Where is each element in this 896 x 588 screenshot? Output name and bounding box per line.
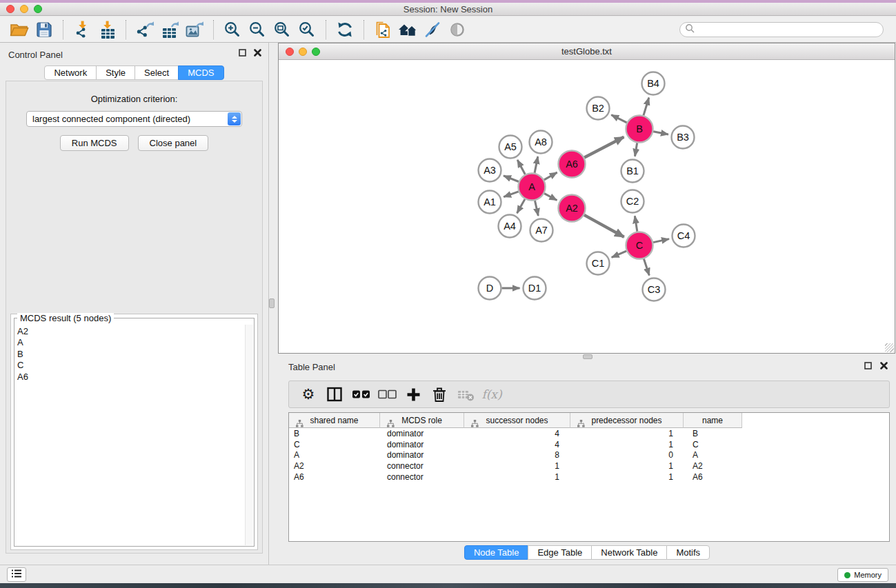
cell-MCDS-role[interactable]: dominator [380, 450, 464, 460]
result-scrollbar[interactable] [245, 325, 253, 545]
search-input[interactable] [697, 25, 878, 34]
edge-A-A5[interactable] [517, 160, 525, 174]
import-network-icon[interactable] [70, 19, 94, 40]
cell-MCDS-role[interactable]: connector [380, 461, 464, 471]
export-table-icon[interactable] [157, 19, 182, 40]
eye-icon[interactable] [445, 19, 470, 40]
edge-C-C2[interactable] [635, 216, 637, 232]
cell-predecessor-nodes[interactable]: 1 [570, 472, 684, 482]
cell-successor-nodes[interactable]: 4 [464, 440, 570, 449]
cell-name[interactable]: C [684, 440, 742, 449]
tab-select[interactable]: Select [135, 65, 179, 80]
column-header-name[interactable]: name [684, 413, 742, 428]
node-A[interactable]: A [519, 174, 546, 201]
cell-MCDS-role[interactable]: dominator [380, 440, 464, 449]
cell-MCDS-role[interactable]: connector [380, 472, 464, 482]
node-A3[interactable]: A3 [479, 159, 501, 182]
save-icon[interactable] [32, 19, 57, 40]
network-minimize-button[interactable] [299, 48, 307, 56]
mcds-result-item[interactable]: C [17, 360, 254, 371]
network-close-button[interactable] [286, 48, 294, 56]
table-row[interactable]: A6connector11A6 [289, 472, 889, 483]
column-header-shared-name[interactable]: shared name [289, 413, 380, 428]
refresh-icon[interactable] [332, 19, 357, 40]
criterion-dropdown[interactable]: largest connected component (directed) [26, 111, 242, 127]
node-C2[interactable]: C2 [621, 190, 644, 213]
cell-name[interactable]: A6 [684, 472, 742, 482]
node-A1[interactable]: A1 [479, 191, 501, 214]
cell-shared-name[interactable]: A [289, 450, 380, 460]
table-row[interactable]: Bdominator41B [289, 428, 889, 439]
tab-network[interactable]: Network [44, 65, 97, 80]
node-A8[interactable]: A8 [530, 131, 552, 154]
column-header-predecessor-nodes[interactable]: predecessor nodes [570, 413, 684, 428]
home-icon[interactable] [395, 19, 420, 40]
cell-successor-nodes[interactable]: 1 [464, 472, 570, 482]
tab-network-table[interactable]: Network Table [591, 545, 667, 560]
tab-node-table[interactable]: Node Table [464, 545, 529, 560]
cell-shared-name[interactable]: A6 [289, 472, 380, 482]
table-row[interactable]: Cdominator41C [289, 439, 889, 450]
zoom-fit-icon[interactable] [270, 19, 295, 40]
edge-B-B4[interactable] [644, 98, 649, 116]
cell-shared-name[interactable]: B [289, 429, 380, 438]
edge-B-B2[interactable] [611, 115, 626, 123]
network-canvas[interactable]: B4B2BB3A5A8A6A3B1AA1C2A2A4A7CC4C1C3DD1 [279, 61, 895, 353]
edge-A-A1[interactable] [504, 192, 518, 197]
cell-predecessor-nodes[interactable]: 1 [570, 461, 684, 471]
network-window-titlebar[interactable]: testGlobe.txt [279, 43, 895, 60]
select-all-icon[interactable] [348, 385, 374, 404]
export-image-icon[interactable] [182, 19, 207, 40]
mcds-result-item[interactable]: A2 [17, 326, 254, 337]
edge-A-A6[interactable] [544, 172, 557, 180]
tab-edge-table[interactable]: Edge Table [528, 545, 592, 560]
zoom-window-button[interactable] [34, 5, 42, 13]
columns-icon[interactable] [321, 385, 348, 404]
close-panel-button[interactable]: Close panel [138, 135, 209, 151]
network-graph[interactable]: B4B2BB3A5A8A6A3B1AA1C2A2A4A7CC4C1C3DD1 [279, 61, 895, 353]
cell-predecessor-nodes[interactable]: 1 [570, 429, 684, 438]
edge-A2-C[interactable] [584, 215, 624, 237]
cell-predecessor-nodes[interactable]: 1 [570, 440, 684, 449]
cell-MCDS-role[interactable]: dominator [380, 429, 464, 438]
cell-shared-name[interactable]: C [289, 440, 380, 449]
cell-successor-nodes[interactable]: 4 [464, 429, 570, 438]
node-B[interactable]: B [626, 116, 653, 143]
node-A5[interactable]: A5 [499, 136, 522, 159]
cell-name[interactable]: A [684, 450, 742, 460]
edge-B-B1[interactable] [635, 143, 637, 156]
node-C3[interactable]: C3 [643, 278, 666, 301]
node-C4[interactable]: C4 [673, 225, 695, 247]
edge-A-A4[interactable] [517, 199, 525, 213]
column-header-successor-nodes[interactable]: successor nodes [464, 413, 570, 428]
edge-A-A8[interactable] [535, 156, 538, 173]
hide-labels-icon[interactable] [420, 19, 445, 40]
node-C[interactable]: C [626, 232, 653, 259]
zoom-selected-icon[interactable] [295, 19, 319, 40]
run-mcds-button[interactable]: Run MCDS [60, 135, 129, 151]
node-D[interactable]: D [479, 277, 501, 300]
table-panel-close-icon[interactable] [880, 362, 888, 369]
memory-button[interactable]: Memory [837, 568, 888, 582]
copy-network-icon[interactable] [370, 19, 395, 40]
node-A4[interactable]: A4 [499, 215, 521, 238]
edge-A-A7[interactable] [535, 201, 538, 216]
tab-mcds[interactable]: MCDS [178, 65, 223, 80]
edge-A-A3[interactable] [504, 176, 519, 182]
edge-C-C4[interactable] [653, 239, 669, 243]
cell-predecessor-nodes[interactable]: 0 [570, 450, 684, 460]
edge-C-C3[interactable] [644, 258, 649, 275]
cell-shared-name[interactable]: A2 [289, 461, 380, 471]
delete-row-icon[interactable] [426, 385, 452, 404]
node-C1[interactable]: C1 [587, 252, 610, 275]
zoom-out-icon[interactable] [245, 19, 270, 40]
minimize-window-button[interactable] [20, 5, 28, 13]
node-A7[interactable]: A7 [530, 219, 553, 242]
network-zoom-button[interactable] [312, 48, 320, 56]
import-table-icon[interactable] [94, 19, 119, 40]
edge-A6-B[interactable] [584, 137, 624, 158]
table-row[interactable]: Adominator80A [289, 449, 889, 460]
node-B2[interactable]: B2 [587, 97, 610, 120]
node-B4[interactable]: B4 [642, 72, 665, 95]
export-network-icon[interactable] [132, 19, 157, 40]
